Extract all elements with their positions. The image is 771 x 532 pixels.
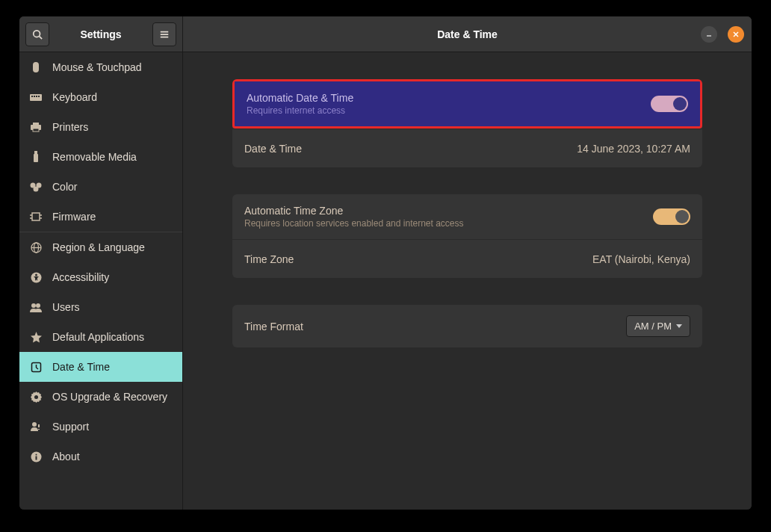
- toggle-knob: [675, 210, 689, 223]
- sidebar-item-label: Firmware: [52, 211, 96, 223]
- sidebar-item-label: Printers: [52, 121, 88, 133]
- clock-icon: [30, 361, 42, 373]
- sidebar: Settings Mouse & TouchpadKeyboardPrinter…: [19, 16, 183, 510]
- sidebar-item-color[interactable]: Color: [19, 172, 182, 202]
- row-label-group: Time Zone: [244, 253, 294, 265]
- svg-rect-12: [33, 123, 39, 125]
- svg-point-28: [35, 273, 37, 276]
- globe-icon: [30, 241, 42, 253]
- row-label-group: Automatic Date & TimeRequires internet a…: [247, 92, 353, 116]
- sidebar-item-accessibility[interactable]: Accessibility: [19, 262, 182, 292]
- row-title: Automatic Date & Time: [247, 92, 353, 104]
- color-icon: [30, 181, 42, 193]
- row-title: Automatic Time Zone: [244, 205, 464, 217]
- main-header: Date & Time: [183, 16, 752, 52]
- minimize-icon: [705, 31, 713, 38]
- svg-point-34: [34, 395, 38, 399]
- svg-line-1: [40, 36, 43, 39]
- row-subtitle: Requires location services enabled and i…: [244, 218, 464, 229]
- settings-row-automatic-time-zone: Automatic Time ZoneRequires location ser…: [232, 194, 702, 239]
- sidebar-item-label: Removable Media: [52, 151, 137, 163]
- sidebar-item-label: Accessibility: [52, 271, 109, 283]
- settings-row-time-zone[interactable]: Time ZoneEAT (Nairobi, Kenya): [232, 239, 702, 278]
- sidebar-item-region-language[interactable]: Region & Language: [19, 232, 182, 262]
- row-title: Time Zone: [244, 253, 294, 265]
- sidebar-item-date-time[interactable]: Date & Time: [19, 352, 182, 382]
- sidebar-item-mouse-touchpad[interactable]: Mouse & Touchpad: [19, 52, 182, 82]
- mouse-icon: [30, 61, 42, 73]
- sidebar-item-label: Date & Time: [52, 361, 110, 373]
- settings-row-time-format: Time FormatAM / PM: [232, 305, 702, 347]
- close-icon: [732, 31, 740, 38]
- settings-group: Automatic Time ZoneRequires location ser…: [232, 194, 702, 278]
- sidebar-item-users[interactable]: Users: [19, 292, 182, 322]
- star-icon: [30, 331, 42, 343]
- svg-rect-5: [33, 62, 39, 72]
- sidebar-item-keyboard[interactable]: Keyboard: [19, 82, 182, 112]
- sidebar-item-label: Color: [52, 181, 77, 193]
- sidebar-item-label: OS Upgrade & Recovery: [52, 391, 167, 403]
- a11y-icon: [30, 271, 42, 283]
- sidebar-list: Mouse & TouchpadKeyboardPrintersRemovabl…: [19, 52, 182, 510]
- settings-group: Automatic Date & TimeRequires internet a…: [232, 79, 702, 167]
- select-value: AM / PM: [634, 321, 672, 332]
- keyboard-icon: [30, 91, 42, 103]
- svg-rect-15: [34, 151, 37, 154]
- sidebar-item-printers[interactable]: Printers: [19, 112, 182, 142]
- row-label-group: Time Format: [244, 321, 303, 332]
- settings-row-automatic-date-time: Automatic Date & TimeRequires internet a…: [232, 79, 702, 129]
- sidebar-item-about[interactable]: About: [19, 442, 182, 471]
- settings-window: Settings Mouse & TouchpadKeyboardPrinter…: [19, 16, 752, 510]
- svg-point-35: [32, 422, 37, 427]
- toggle-switch[interactable]: [653, 208, 690, 225]
- svg-point-37: [35, 454, 37, 455]
- svg-point-0: [34, 30, 40, 37]
- support-icon: [30, 421, 42, 433]
- sidebar-item-label: About: [52, 451, 80, 463]
- search-button[interactable]: [25, 22, 49, 46]
- sidebar-item-firmware[interactable]: Firmware: [19, 202, 182, 232]
- chevron-down-icon: [676, 324, 682, 328]
- window-controls: [701, 26, 744, 43]
- svg-rect-38: [35, 456, 37, 460]
- row-subtitle: Requires internet access: [247, 105, 353, 116]
- svg-point-30: [36, 303, 40, 308]
- svg-rect-13: [33, 129, 39, 132]
- row-value: 14 June 2023, 10:27 AM: [577, 143, 690, 155]
- close-button[interactable]: [728, 26, 744, 43]
- toggle-knob: [673, 97, 687, 111]
- row-value: EAT (Nairobi, Kenya): [592, 253, 690, 265]
- content: Automatic Date & TimeRequires internet a…: [183, 52, 752, 510]
- svg-rect-14: [34, 154, 38, 162]
- svg-line-33: [36, 368, 38, 369]
- hamburger-icon: [159, 29, 170, 40]
- usb-icon: [30, 151, 42, 163]
- row-title: Date & Time: [244, 143, 302, 155]
- sidebar-item-label: Default Applications: [52, 331, 144, 343]
- sidebar-item-os-upgrade-recovery[interactable]: OS Upgrade & Recovery: [19, 382, 182, 412]
- printer-icon: [30, 121, 42, 133]
- sidebar-item-label: Support: [52, 421, 89, 433]
- sidebar-item-removable-media[interactable]: Removable Media: [19, 142, 182, 172]
- page-title: Date & Time: [437, 28, 498, 40]
- gear-icon: [30, 391, 42, 403]
- chip-icon: [30, 211, 42, 223]
- svg-point-29: [31, 303, 36, 308]
- minimize-button[interactable]: [701, 26, 717, 43]
- settings-group: Time FormatAM / PM: [232, 305, 702, 347]
- sidebar-item-label: Region & Language: [52, 241, 145, 253]
- search-icon: [32, 29, 43, 40]
- sidebar-title: Settings: [49, 28, 152, 40]
- menu-button[interactable]: [152, 22, 176, 46]
- row-title: Time Format: [244, 321, 303, 332]
- svg-rect-19: [32, 213, 40, 220]
- settings-row-date-time[interactable]: Date & Time14 June 2023, 10:27 AM: [232, 129, 702, 167]
- time-format-select[interactable]: AM / PM: [626, 315, 690, 337]
- sidebar-item-support[interactable]: Support: [19, 412, 182, 442]
- sidebar-item-default-applications[interactable]: Default Applications: [19, 322, 182, 352]
- row-label-group: Date & Time: [244, 143, 302, 155]
- svg-rect-8: [34, 96, 35, 97]
- toggle-switch[interactable]: [651, 96, 688, 112]
- sidebar-header: Settings: [19, 16, 182, 52]
- svg-rect-10: [38, 96, 40, 97]
